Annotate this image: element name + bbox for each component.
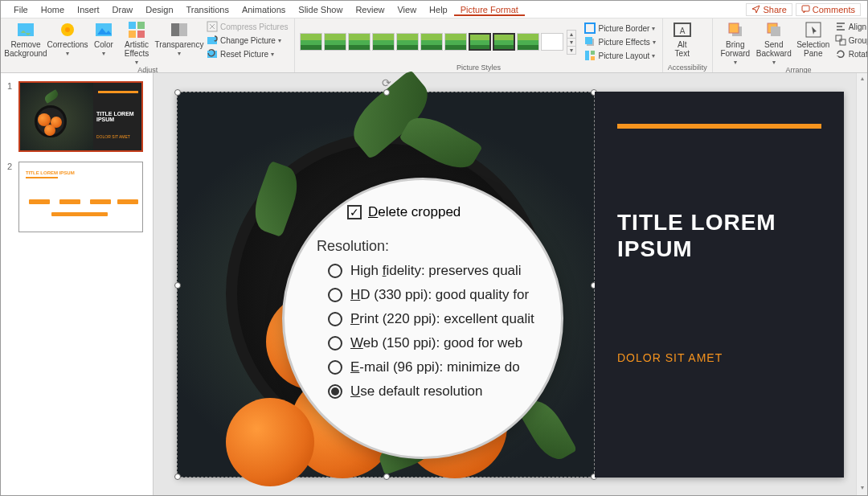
reset-icon (207, 48, 218, 59)
resize-handle[interactable] (383, 89, 390, 96)
compress-pictures-button[interactable]: Compress Pictures (205, 20, 289, 33)
forward-label: Bring Forward (720, 40, 750, 58)
slide-subtitle[interactable]: DOLOR SIT AMET (617, 351, 821, 364)
send-backward-button[interactable]: Send Backward▾ (755, 20, 793, 66)
menu-animations[interactable]: Animations (235, 3, 292, 16)
menu-file[interactable]: File (7, 3, 35, 16)
comments-button[interactable]: Comments (796, 3, 861, 16)
radio-default[interactable]: Use default resolution (328, 383, 545, 400)
style-thumb-2[interactable] (324, 33, 346, 51)
delete-cropped-label: elete cropped (378, 204, 461, 219)
menu-insert[interactable]: Insert (71, 3, 106, 16)
alt-text-button[interactable]: A Alt Text (668, 20, 697, 58)
group-label: Group (849, 36, 868, 45)
style-thumb-6[interactable] (420, 33, 443, 51)
artistic-effects-button[interactable]: Artistic Effects▾ (120, 20, 154, 66)
menu-draw[interactable]: Draw (106, 3, 140, 16)
svg-rect-17 (585, 51, 589, 60)
resize-handle[interactable] (383, 473, 390, 480)
slide-title[interactable]: TITLE LOREM IPSUM (617, 209, 821, 263)
radio-print[interactable]: Print (220 ppi): excellent qualit (328, 311, 545, 327)
svg-rect-5 (129, 22, 136, 29)
change-icon (207, 35, 218, 46)
picture-border-button[interactable]: Picture Border▾ (583, 22, 657, 35)
resize-handle[interactable] (174, 473, 181, 480)
svg-rect-25 (771, 27, 780, 36)
svg-rect-23 (729, 23, 739, 33)
radio-selected-icon (328, 384, 342, 399)
selection-label: Selection Pane (796, 40, 829, 58)
vertical-scrollbar[interactable]: ▴ ▾ (856, 73, 867, 495)
reset-picture-button[interactable]: Reset Picture▾ (205, 47, 289, 60)
radio-email[interactable]: E-mail (96 ppi): minimize do (328, 359, 545, 375)
share-button[interactable]: Share (746, 3, 792, 16)
thumb-preview-1[interactable]: TITLE LOREM IPSUM DOLOR SIT AMET (18, 81, 143, 152)
menu-bar: File Home Insert Draw Design Transitions… (1, 1, 867, 18)
thumb-num: 2 (7, 162, 15, 232)
picture-layout-button[interactable]: Picture Layout▾ (583, 49, 657, 62)
gallery-more[interactable]: ▾ (567, 47, 575, 54)
ribbon: Remove Background Corrections▾ Color▾ Ar… (1, 18, 867, 73)
radio-icon (328, 336, 342, 350)
remove-bg-icon (16, 20, 35, 39)
slide-thumbnails: 1 TITLE LOREM IPSUM DOLOR SIT AMET 2 TIT… (1, 73, 154, 495)
menu-review[interactable]: Review (349, 3, 391, 16)
color-label: Color (94, 40, 113, 49)
style-thumb-11[interactable] (541, 33, 563, 51)
transparency-button[interactable]: Transparency▾ (155, 20, 203, 57)
radio-high-fidelity[interactable]: High fidelity: preserves quali (328, 263, 545, 279)
menu-help[interactable]: Help (423, 3, 454, 16)
slide-text-panel: TITLE LOREM IPSUM DOLOR SIT AMET (595, 92, 844, 478)
resize-handle[interactable] (174, 89, 181, 96)
thumb-num: 1 (7, 81, 15, 152)
style-thumb-1[interactable] (300, 33, 322, 51)
align-button[interactable]: Align▾ (833, 20, 868, 33)
style-thumb-9[interactable] (493, 33, 515, 51)
transparency-label: Transparency (155, 40, 204, 49)
gallery-down[interactable]: ▾ (567, 39, 575, 47)
corrections-button[interactable]: Corrections▾ (47, 20, 88, 57)
group-button[interactable]: Group▾ (833, 34, 868, 47)
radio-hd[interactable]: HD (330 ppi): good quality for (328, 287, 545, 303)
rotate-handle[interactable]: ⟳ (382, 76, 391, 89)
ribbon-group-adjust: Remove Background Corrections▾ Color▾ Ar… (1, 18, 295, 72)
corrections-label: Corrections (47, 40, 88, 49)
thumb-preview-2[interactable]: TITLE LOREM IPSUM (18, 162, 143, 232)
selection-icon (804, 20, 823, 39)
svg-point-3 (65, 27, 70, 32)
svg-rect-0 (802, 6, 809, 11)
remove-background-button[interactable]: Remove Background (6, 20, 46, 58)
menu-home[interactable]: Home (35, 3, 71, 16)
style-thumb-4[interactable] (372, 33, 395, 51)
radio-web[interactable]: Web (150 ppi): good for web (328, 335, 545, 351)
ribbon-group-accessibility: A Alt Text Accessibility (663, 18, 713, 72)
style-thumb-10[interactable] (517, 33, 539, 51)
menu-design[interactable]: Design (139, 3, 179, 16)
color-button[interactable]: Color▾ (89, 20, 118, 57)
thumbnail-2[interactable]: 2 TITLE LOREM IPSUM (1, 160, 153, 234)
bring-forward-button[interactable]: Bring Forward▾ (718, 20, 753, 66)
rotate-button[interactable]: Rotate▾ (833, 47, 868, 60)
radio-icon (328, 264, 342, 278)
style-thumb-3[interactable] (348, 33, 371, 51)
main-area: 1 TITLE LOREM IPSUM DOLOR SIT AMET 2 TIT… (1, 73, 867, 495)
thumbnail-1[interactable]: 1 TITLE LOREM IPSUM DOLOR SIT AMET (1, 80, 153, 154)
change-picture-button[interactable]: Change Picture▾ (205, 34, 289, 47)
resize-handle[interactable] (174, 282, 181, 289)
style-thumb-7[interactable] (444, 33, 467, 51)
picture-style-gallery[interactable]: ▴ ▾ ▾ (300, 30, 576, 55)
backward-icon (764, 20, 784, 39)
menu-slideshow[interactable]: Slide Show (292, 3, 349, 16)
picture-effects-button[interactable]: Picture Effects▾ (583, 35, 657, 48)
selection-pane-button[interactable]: Selection Pane (795, 20, 832, 58)
style-thumb-8[interactable] (469, 33, 491, 51)
align-label: Align (849, 23, 866, 31)
menu-view[interactable]: View (391, 3, 423, 16)
effects-label: Picture Effects (598, 38, 649, 47)
style-thumb-5[interactable] (396, 33, 419, 51)
menu-picture-format[interactable]: Picture Format (454, 3, 525, 16)
gallery-up[interactable]: ▴ (567, 31, 575, 39)
resolution-label: Resolution: (317, 238, 545, 255)
share-label: Share (763, 5, 786, 14)
menu-transitions[interactable]: Transitions (180, 3, 235, 16)
